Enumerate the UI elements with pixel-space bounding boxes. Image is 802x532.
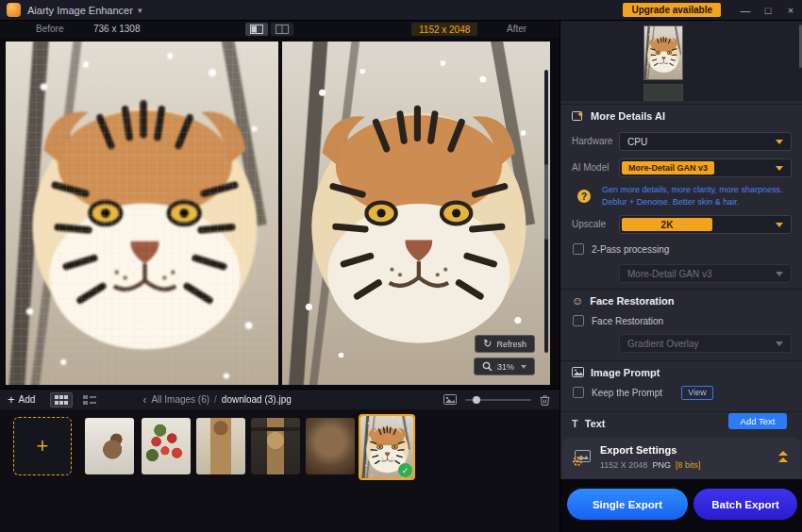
preview-thumb-next[interactable] [643,84,683,101]
breadcrumb-filename: download (3).jpg [222,394,292,405]
close-button[interactable]: × [779,0,802,21]
help-icon[interactable]: ? [577,190,591,203]
refresh-button[interactable]: ↻ Refresh [475,335,535,353]
grid-view-icon[interactable] [50,392,73,407]
section-title: Text [585,418,606,429]
filmstrip: + ✓ [0,409,560,532]
breadcrumb-all-images[interactable]: All Images (6) [151,394,209,405]
export-settings-panel[interactable]: Export Settings 1152 X 2048 PNG [8 bits] [562,438,801,479]
before-image-panel[interactable] [6,42,278,385]
thumbnail-fox-coat[interactable] [196,418,245,474]
upgrade-button[interactable]: Upgrade available [623,3,721,17]
face-model-value: Gradient Overlay [627,339,699,349]
face-icon: ☺ [572,294,583,308]
section-image-prompt: Image Prompt [560,360,802,383]
thumbnail-bird[interactable] [85,418,134,474]
upscale-value: 2K [622,218,712,231]
thumbnail-tiger-selected[interactable]: ✓ [359,414,415,480]
minimize-button[interactable]: — [734,0,757,21]
preview-thumb-tiger[interactable] [643,25,683,80]
chevron-down-icon[interactable]: ▾ [138,6,142,15]
ai-model-row: AI Model More-Detail GAN v3 [560,158,802,177]
view-prompt-button[interactable]: View [681,386,713,400]
image-viewer: ↻ Refresh 31% [0,38,560,389]
list-view-icon[interactable] [78,392,101,407]
chevron-down-icon [776,341,783,346]
thumbnail-fox-hat[interactable] [251,418,300,474]
chevron-down-icon [521,365,526,369]
more-details-icon [572,110,584,122]
side-by-side-view-icon[interactable] [271,23,293,36]
thumbnail-berries[interactable] [142,418,191,474]
scrollbar-thumb[interactable] [544,164,548,240]
zoom-level: 31% [497,362,514,372]
refresh-icon: ↻ [483,338,492,350]
titlebar: Aiarty Image Enhancer ▾ Upgrade availabl… [0,0,802,21]
maximize-button[interactable]: □ [757,0,779,21]
file-bar-right [443,394,550,406]
face-model-dropdown[interactable]: Gradient Overlay [619,334,792,353]
refresh-label: Refresh [496,340,526,349]
upgrade-label: Upgrade available [631,5,712,15]
two-pass-checkbox[interactable] [573,243,584,255]
add-image-button[interactable]: + Add [8,392,35,407]
export-settings-summary: 1152 X 2048 PNG [8 bits] [600,460,700,470]
keep-prompt-row: Keep the Prompt View [560,385,802,400]
thumbnail-wolf[interactable] [306,418,355,474]
ai-model-label: AI Model [572,158,609,177]
layout-toggle-group [50,392,101,407]
add-text-button[interactable]: Add Text [728,413,787,429]
hardware-row: Hardware CPU [560,132,802,151]
file-bar: + Add ‹ All Images (6) / download (3).jp… [0,389,560,409]
split-view-icon[interactable] [245,23,268,36]
two-pass-model-value: More-Detail GAN v3 [627,269,711,279]
viewer-scrollbar[interactable] [544,70,548,353]
collapse-double-chevron-icon[interactable] [778,450,788,463]
breadcrumb-separator: / [214,394,217,405]
keep-prompt-checkbox[interactable] [573,387,584,398]
model-description-text: Gen more details, more clarity, more sha… [602,184,782,208]
upscale-row: Upscale 2K [560,215,802,234]
after-size-badge: 1152 x 2048 [411,23,477,36]
after-size: 1152 x 2048 [419,25,470,35]
plus-icon: + [37,434,49,458]
after-label: After [507,24,526,34]
add-image-tile[interactable]: + [13,417,72,475]
before-label: Before [36,24,63,34]
single-export-button[interactable]: Single Export [567,489,688,520]
upscale-dropdown[interactable]: 2K [619,215,792,234]
zoom-control[interactable]: 31% [474,357,535,375]
trash-icon[interactable] [540,394,550,406]
hardware-dropdown[interactable]: CPU [619,132,792,151]
two-pass-label: 2-Pass processing [592,244,669,255]
before-image [6,42,278,385]
section-title: Face Restoration [590,295,674,307]
text-icon: T [572,418,578,429]
slider-knob[interactable] [473,396,480,404]
chevron-down-icon [776,223,783,227]
model-description: ? Gen more details, more clarity, more s… [560,183,802,213]
breadcrumb: ‹ All Images (6) / download (3).jpg [142,393,291,407]
hardware-label: Hardware [572,132,612,151]
batch-export-button[interactable]: Batch Export [693,489,797,520]
thumbnail-size-slider[interactable] [465,399,531,401]
after-image-panel[interactable]: ↻ Refresh 31% [282,42,550,385]
back-arrow-icon[interactable]: ‹ [142,393,146,407]
app-window: Aiarty Image Enhancer ▾ Upgrade availabl… [0,0,802,532]
hardware-value: CPU [627,137,647,147]
section-more-details: More Details AI [560,104,802,126]
thumbnail-size-icon [443,394,457,405]
ai-model-dropdown[interactable]: More-Detail GAN v3 [619,158,792,177]
section-title: More Details AI [591,110,665,122]
preview-thumbstrip [560,21,802,101]
two-pass-model-dropdown[interactable]: More-Detail GAN v3 [619,264,792,283]
app-logo-icon [7,3,21,17]
chevron-down-icon [776,272,783,276]
magnifier-icon [482,361,493,372]
settings-sidebar: More Details AI Hardware CPU AI Model Mo… [560,21,802,532]
export-format: PNG [652,460,671,470]
face-restoration-checkbox[interactable] [573,315,584,326]
two-pass-row: 2-Pass processing [560,241,802,257]
selected-check-icon: ✓ [398,463,412,477]
after-image [282,42,550,385]
